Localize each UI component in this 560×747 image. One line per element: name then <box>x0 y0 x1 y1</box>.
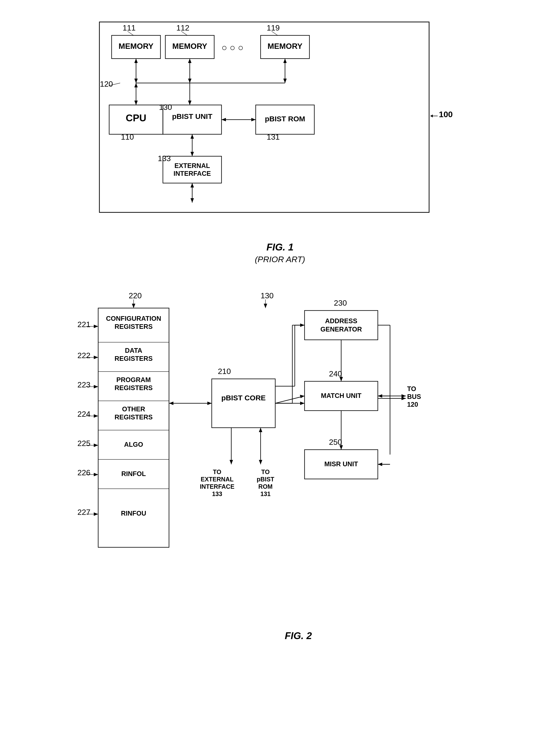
pbist-rom-label: pBIST ROM <box>265 115 305 123</box>
fig2-container: 220 130 CONFIGURATION REGISTERS 221 DATA… <box>20 284 540 641</box>
to-pbist-rom-label3: ROM <box>258 483 272 490</box>
svg-marker-70 <box>259 460 262 464</box>
svg-rect-74 <box>305 310 378 340</box>
prog-reg-label2: REGISTERS <box>114 384 152 391</box>
svg-marker-24 <box>134 83 138 87</box>
to-ext-label1: TO <box>213 468 221 475</box>
label-112: 112 <box>176 23 189 32</box>
svg-marker-100 <box>300 324 305 327</box>
svg-marker-86 <box>339 377 343 381</box>
memory-119-label: MEMORY <box>268 42 302 51</box>
label-225: 225 <box>77 439 91 448</box>
svg-marker-51 <box>94 385 98 388</box>
label-223: 223 <box>77 380 91 389</box>
svg-marker-39 <box>132 304 135 308</box>
label-111: 111 <box>123 23 135 32</box>
label-240: 240 <box>329 369 342 378</box>
config-reg-label2: REGISTERS <box>114 323 152 330</box>
label-221: 221 <box>77 320 91 329</box>
pbist-core-label1: pBIST CORE <box>221 394 266 402</box>
misr-unit-label: MISR UNIT <box>324 460 358 468</box>
svg-marker-41 <box>264 304 267 308</box>
fig2-caption: FIG. 2 <box>285 630 312 641</box>
to-ext-label2: EXTERNAL <box>201 476 233 483</box>
svg-marker-17 <box>283 79 287 83</box>
fig2-diagram: 220 130 CONFIGURATION REGISTERS 221 DATA… <box>60 284 500 625</box>
svg-marker-10 <box>134 58 138 63</box>
svg-marker-2 <box>430 114 433 118</box>
svg-marker-25 <box>134 101 138 105</box>
label-130: 130 <box>261 291 274 300</box>
svg-marker-37 <box>190 183 194 187</box>
ext-133-label: 133 <box>158 154 171 163</box>
label-222: 222 <box>77 351 91 360</box>
other-reg-label1: OTHER <box>122 406 145 413</box>
svg-marker-65 <box>207 402 212 405</box>
to-pbist-rom-label4: 131 <box>260 490 271 497</box>
rinfou-label: RINFOU <box>121 510 146 517</box>
cpu-label: CPU <box>126 112 146 123</box>
config-reg-label1: CONFIGURATION <box>106 315 161 322</box>
svg-marker-73 <box>300 402 305 405</box>
label-226: 226 <box>77 468 91 477</box>
svg-marker-68 <box>230 460 233 464</box>
svg-marker-14 <box>188 79 192 83</box>
label-230: 230 <box>334 299 347 307</box>
svg-marker-62 <box>94 512 98 516</box>
svg-marker-11 <box>134 79 138 83</box>
to-pbist-rom-label1: TO <box>261 468 270 475</box>
svg-rect-0 <box>99 22 429 212</box>
svg-marker-16 <box>283 58 287 63</box>
svg-marker-54 <box>94 414 98 418</box>
fig1-diagram: 100 111 MEMORY 112 MEMORY ○ ○ ○ 119 MEMO… <box>85 15 476 234</box>
label-119: 119 <box>267 23 280 32</box>
svg-marker-48 <box>94 356 98 359</box>
to-bus-label2: BUS <box>407 393 421 401</box>
svg-marker-45 <box>94 325 98 328</box>
svg-marker-94 <box>378 463 382 466</box>
svg-marker-36 <box>190 198 194 203</box>
svg-marker-21 <box>188 101 192 105</box>
match-unit-label: MATCH UNIT <box>321 392 361 400</box>
ext-interface-label2: INTERFACE <box>173 170 211 177</box>
label-220: 220 <box>129 291 142 300</box>
to-pbist-rom-label2: pBIST <box>256 476 274 483</box>
data-reg-label2: REGISTERS <box>114 355 152 362</box>
svg-rect-63 <box>212 379 275 428</box>
prog-reg-label1: PROGRAM <box>116 376 151 384</box>
fig1-caption: FIG. 1 <box>266 242 294 253</box>
addr-gen-label1: ADDRESS <box>325 317 357 325</box>
svg-marker-34 <box>190 134 194 139</box>
memory-112-label: MEMORY <box>172 42 207 51</box>
svg-marker-33 <box>190 152 194 156</box>
rinfol-label: RINFOL <box>121 470 146 478</box>
memory-111-label: MEMORY <box>119 42 153 51</box>
svg-marker-89 <box>339 445 343 450</box>
pbist-unit-label: pBIST UNIT <box>172 112 212 120</box>
label-250: 250 <box>329 438 342 446</box>
to-ext-label4: 133 <box>212 490 222 497</box>
algo-label: ALGO <box>124 441 143 448</box>
dots: ○ ○ ○ <box>222 43 244 53</box>
other-reg-label2: REGISTERS <box>114 414 152 421</box>
svg-marker-66 <box>169 402 173 405</box>
label-210: 210 <box>218 367 231 376</box>
fig1-subcaption: (PRIOR ART) <box>255 255 305 264</box>
svg-rect-31 <box>163 156 222 183</box>
svg-marker-30 <box>222 118 226 121</box>
pbist-rom-131-label: 131 <box>267 133 280 141</box>
svg-marker-60 <box>94 473 98 476</box>
label-227: 227 <box>77 508 91 517</box>
to-bus-label3: 120 <box>407 401 418 408</box>
to-bus-label1: TO <box>407 385 416 392</box>
pbist-unit-130-label: 130 <box>159 103 172 111</box>
svg-marker-96 <box>402 394 406 398</box>
data-reg-label1: DATA <box>125 347 142 354</box>
svg-marker-13 <box>188 58 192 63</box>
fig1-100-label: 100 <box>439 110 453 119</box>
bus-120-label: 120 <box>100 80 113 88</box>
svg-marker-57 <box>94 443 98 447</box>
svg-marker-71 <box>259 428 262 432</box>
fig1-container: 100 111 MEMORY 112 MEMORY ○ ○ ○ 119 MEMO… <box>20 15 540 264</box>
addr-gen-label2: GENERATOR <box>320 326 362 333</box>
